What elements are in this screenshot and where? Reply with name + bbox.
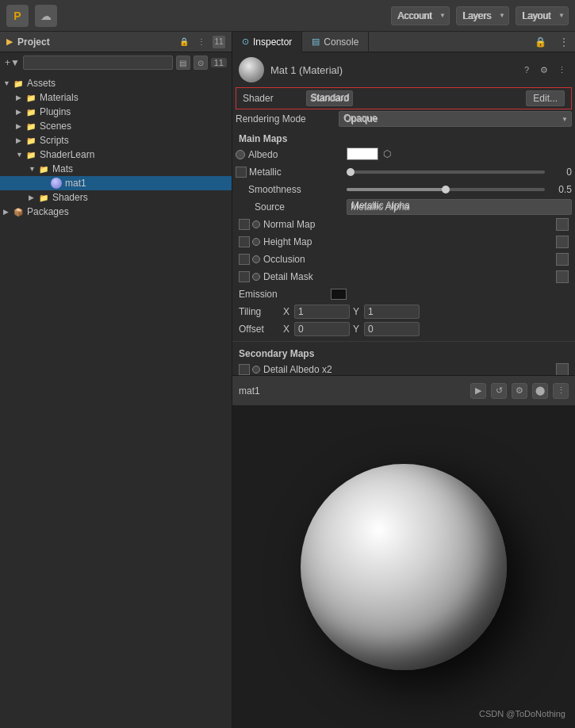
- search-bar: +▼ ▤ ⊙ 11: [0, 52, 232, 73]
- normal-map-checkbox[interactable]: [239, 219, 250, 230]
- folder-icon-materials: 📁: [25, 92, 36, 103]
- filter-btn[interactable]: ⊙: [194, 56, 208, 70]
- smoothness-label: Smoothness: [248, 184, 301, 195]
- shader-edit-button[interactable]: Edit...: [526, 90, 565, 106]
- add-folder-btn[interactable]: ▤: [176, 56, 190, 70]
- tree-label-scripts: Scripts: [40, 135, 69, 146]
- tiling-x-input[interactable]: [294, 305, 350, 319]
- tab-more-icon[interactable]: ⋮: [553, 36, 575, 48]
- tree-item-scripts[interactable]: ▶ 📁 Scripts: [0, 133, 232, 148]
- tree-item-assets[interactable]: ▼ 📁 Assets: [0, 76, 232, 90]
- height-map-checkbox[interactable]: [239, 236, 250, 247]
- reload-icon[interactable]: ↺: [491, 383, 507, 399]
- folder-icon-scripts: 📁: [25, 135, 36, 146]
- height-map-thumb[interactable]: [556, 236, 569, 248]
- tree-item-mat1[interactable]: mat1: [0, 176, 232, 190]
- folder-icon-scenes: 📁: [25, 121, 36, 132]
- more-preview-icon[interactable]: ⋮: [553, 383, 569, 399]
- detail-albedo-checkbox[interactable]: [239, 364, 250, 375]
- detail-mask-checkbox[interactable]: [239, 271, 250, 282]
- source-label: Source: [255, 201, 285, 213]
- tab-console[interactable]: ▤ Console: [302, 32, 369, 52]
- folder-icon-packages: 📦: [13, 206, 24, 217]
- metallic-checkbox[interactable]: [236, 167, 247, 178]
- header-icons: ? ⚙ ⋮: [519, 63, 569, 77]
- offset-x-input[interactable]: [294, 322, 350, 336]
- smoothness-value-label: 0.5: [548, 184, 572, 195]
- account-dropdown[interactable]: Account: [391, 6, 450, 25]
- smoothness-label-group: Smoothness: [236, 184, 347, 195]
- tab-inspector[interactable]: ⊙ Inspector: [232, 32, 302, 52]
- occlusion-thumb[interactable]: [556, 253, 569, 266]
- tree-item-shaders[interactable]: ▶ 📁 Shaders: [0, 190, 232, 205]
- lock-icon[interactable]: 🔒: [178, 36, 190, 48]
- metallic-value: 0: [347, 167, 572, 178]
- occlusion-dot: [252, 255, 260, 263]
- source-dropdown[interactable]: Metallic Alpha Albedo Alpha: [347, 199, 572, 215]
- layout-dropdown[interactable]: Layout: [516, 6, 569, 25]
- arrow-assets: ▼: [3, 79, 13, 87]
- tree-item-packages[interactable]: ▶ 📦 Packages: [0, 205, 232, 219]
- metallic-slider-track[interactable]: [347, 171, 545, 174]
- mat-sphere-preview-small: [239, 57, 264, 82]
- right-panel: ⊙ Inspector ▤ Console 🔒 ⋮ Mat 1 (Materia…: [232, 32, 575, 728]
- offset-x-field: X: [283, 322, 350, 336]
- shader-dropdown[interactable]: Standard: [306, 90, 353, 106]
- arrow-materials: ▶: [16, 94, 25, 102]
- console-tab-icon: ▤: [312, 36, 320, 47]
- offset-y-input[interactable]: [364, 322, 420, 336]
- sphere-icon[interactable]: ⬤: [532, 383, 548, 399]
- albedo-swatch[interactable]: ⬡: [347, 148, 391, 160]
- play-icon[interactable]: ▶: [470, 383, 486, 399]
- tab-lock-icon[interactable]: 🔒: [528, 36, 553, 48]
- search-input[interactable]: [23, 56, 173, 70]
- top-bar: P ☁ Account Account Layers Layers Layout…: [0, 0, 575, 32]
- tree-item-materials[interactable]: ▶ 📁 Materials: [0, 90, 232, 105]
- metallic-label-group: Metallic: [236, 167, 347, 178]
- layers-dropdown[interactable]: Layers: [456, 6, 509, 25]
- unity-icon[interactable]: P: [6, 5, 29, 27]
- rendering-mode-dropdown[interactable]: Opaque Cutout Fade Transparent: [339, 111, 572, 127]
- inspector-tab-icon: ⊙: [242, 36, 249, 47]
- preview-sphere: [301, 464, 507, 670]
- watermark: CSDN @ToDoNothing: [479, 709, 565, 718]
- plus-icon[interactable]: +▼: [5, 57, 20, 68]
- settings-icon[interactable]: ⚙: [537, 63, 551, 77]
- emission-color-swatch[interactable]: [331, 289, 347, 300]
- occlusion-label: Occlusion: [263, 254, 305, 265]
- albedo-color-box[interactable]: [347, 148, 378, 160]
- detail-albedo-thumb[interactable]: [556, 363, 569, 375]
- tree-item-plugins[interactable]: ▶ 📁 Plugins: [0, 105, 232, 119]
- folder-icon-plugins: 📁: [25, 106, 36, 117]
- tree-item-scenes[interactable]: ▶ 📁 Scenes: [0, 119, 232, 133]
- tiling-label: Tiling: [236, 306, 283, 317]
- height-map-row: Height Map: [236, 233, 572, 251]
- metallic-value-label: 0: [548, 167, 572, 178]
- tree-item-mats[interactable]: ▼ 📁 Mats: [0, 162, 232, 176]
- shader-label: Shader: [243, 93, 306, 104]
- tools-icon[interactable]: ⚙: [512, 383, 527, 399]
- normal-map-thumb[interactable]: [556, 218, 569, 231]
- help-icon[interactable]: ?: [519, 63, 534, 77]
- smoothness-slider-track[interactable]: [347, 188, 545, 191]
- cloud-icon[interactable]: ☁: [35, 5, 57, 27]
- offset-fields: X Y: [283, 322, 572, 336]
- smoothness-slider-fill: [347, 188, 446, 191]
- more-icon[interactable]: ⋮: [195, 36, 208, 48]
- tree-item-shaderlearn[interactable]: ▼ 📁 ShaderLearn: [0, 148, 232, 162]
- pipette-icon[interactable]: ⬡: [383, 148, 391, 159]
- occlusion-checkbox[interactable]: [239, 254, 250, 265]
- material-icon-mat1: [51, 178, 62, 189]
- emission-row: Emission: [236, 285, 572, 303]
- source-select-wrapper: Metallic Alpha Albedo Alpha Metallic Alp…: [347, 199, 572, 215]
- detail-albedo-label: Detail Albedo x2: [263, 364, 332, 375]
- detail-mask-thumb[interactable]: [556, 270, 569, 283]
- source-value: Metallic Alpha Albedo Alpha Metallic Alp…: [347, 199, 572, 215]
- main-layout: ▶ Project 🔒 ⋮ 11 +▼ ▤ ⊙ 11 ▼ 📁 Assets ▶ …: [0, 32, 575, 728]
- normal-map-dot: [252, 220, 260, 228]
- more-header-icon[interactable]: ⋮: [554, 63, 569, 77]
- tiling-y-input[interactable]: [364, 305, 420, 319]
- project-title: Project: [17, 36, 173, 48]
- rendering-mode-label: Rendering Mode: [236, 113, 339, 125]
- smoothness-slider-thumb: [442, 186, 450, 193]
